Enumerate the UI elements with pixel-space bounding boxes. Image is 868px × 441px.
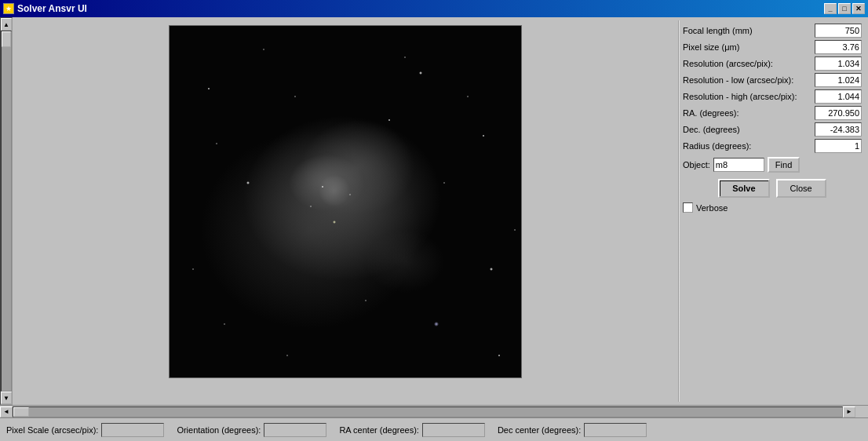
resolution-high-input[interactable] [815, 89, 862, 104]
minimize-button[interactable]: _ [824, 3, 837, 14]
window-close-button[interactable]: ✕ [852, 3, 865, 14]
scroll-down-button[interactable]: ▼ [1, 392, 12, 404]
h-scrollbar-thumb[interactable] [13, 407, 29, 417]
resolution-high-label: Resolution - high (arcsec/pix): [683, 92, 815, 101]
horizontal-scrollbar[interactable]: ◄ ► [0, 405, 868, 417]
resolution-input[interactable] [815, 56, 862, 71]
h-scrollbar-track[interactable] [13, 406, 843, 417]
image-panel [13, 17, 678, 405]
radius-input[interactable] [815, 139, 862, 153]
nebula-visualization [170, 26, 521, 377]
resolution-low-label: Resolution - low (arcsec/pix): [683, 75, 815, 85]
object-label: Object: [683, 160, 710, 169]
scrollbar-thumb[interactable] [2, 31, 11, 47]
orientation-field: Orientation (degrees): [177, 423, 326, 437]
title-bar-left: ★ Solver Ansvr UI [3, 3, 87, 14]
ra-label: RA. (degrees): [683, 108, 815, 118]
ra-center-field: RA center (degrees): [339, 423, 485, 437]
window-title: Solver Ansvr UI [17, 3, 87, 14]
status-bar: Pixel Scale (arcsec/pix): Orientation (d… [0, 417, 868, 441]
focal-length-label: Focal length (mm) [683, 26, 815, 35]
window-content: ▲ ▼ Focal length (mm) [0, 17, 868, 441]
pixel-scale-status-input[interactable] [101, 423, 164, 437]
resolution-row: Resolution (arcsec/pix): [683, 56, 862, 71]
scroll-left-button[interactable]: ◄ [0, 406, 13, 417]
scroll-right-button[interactable]: ► [843, 406, 855, 417]
solve-button[interactable]: Solve [718, 179, 769, 198]
scrollbar-corner [855, 406, 868, 418]
verbose-label: Verbose [696, 203, 862, 213]
ra-center-label: RA center (degrees): [339, 425, 419, 435]
dec-label: Dec. (degrees) [683, 125, 815, 134]
dec-input[interactable] [815, 122, 862, 137]
left-vscrollbar[interactable]: ▲ ▼ [0, 17, 13, 405]
pixel-size-input[interactable] [815, 40, 862, 54]
orientation-label: Orientation (degrees): [177, 425, 261, 435]
focal-length-row: Focal length (mm) [683, 24, 862, 38]
ra-input[interactable] [815, 106, 862, 120]
pixel-size-row: Pixel size (μm) [683, 40, 862, 54]
dec-center-status-input[interactable] [584, 423, 647, 437]
scroll-right-icon: ► [846, 408, 852, 415]
focal-length-input[interactable] [815, 24, 862, 38]
orientation-status-input[interactable] [264, 423, 326, 437]
verbose-row: Verbose [683, 202, 862, 213]
pixel-scale-field: Pixel Scale (arcsec/pix): [6, 423, 164, 437]
dec-row: Dec. (degrees) [683, 122, 862, 137]
verbose-checkbox[interactable] [683, 202, 693, 213]
radius-row: Radius (degrees): [683, 139, 862, 153]
right-panel: Focal length (mm) Pixel size (μm) Resolu… [680, 17, 868, 405]
find-button[interactable]: Find [768, 157, 800, 173]
maximize-button[interactable]: □ [838, 3, 851, 14]
ra-row: RA. (degrees): [683, 106, 862, 120]
scroll-up-icon: ▲ [3, 21, 9, 28]
close-button[interactable]: Close [776, 179, 826, 198]
scroll-down-icon: ▼ [3, 395, 9, 402]
pixel-size-label: Pixel size (μm) [683, 42, 815, 52]
scroll-left-icon: ◄ [3, 408, 9, 415]
scroll-up-button[interactable]: ▲ [1, 18, 12, 31]
resolution-low-input[interactable] [815, 73, 862, 87]
ra-center-status-input[interactable] [422, 423, 485, 437]
resolution-high-row: Resolution - high (arcsec/pix): [683, 89, 862, 104]
title-bar: ★ Solver Ansvr UI _ □ ✕ [0, 0, 868, 17]
pixel-scale-label: Pixel Scale (arcsec/pix): [6, 425, 98, 435]
title-buttons: _ □ ✕ [824, 3, 865, 14]
scrollbar-track[interactable] [1, 31, 12, 392]
window-icon: ★ [3, 3, 14, 14]
scroll-area: ▲ ▼ Focal length (mm) [0, 17, 868, 405]
resolution-low-row: Resolution - low (arcsec/pix): [683, 73, 862, 87]
object-row: Object: Find [683, 157, 862, 173]
action-buttons: Solve Close [683, 179, 862, 198]
resolution-label: Resolution (arcsec/pix): [683, 59, 815, 68]
radius-label: Radius (degrees): [683, 141, 815, 151]
dec-center-field: Dec center (degrees): [498, 423, 647, 437]
object-input[interactable] [713, 158, 764, 172]
dec-center-label: Dec center (degrees): [498, 425, 581, 435]
astronomy-image [169, 25, 522, 378]
